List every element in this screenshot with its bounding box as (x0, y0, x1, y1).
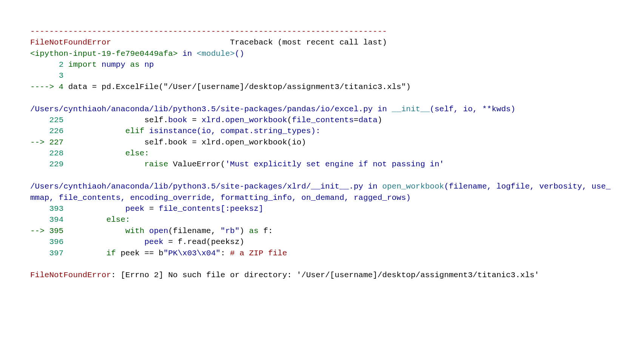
with-keyword: with (63, 227, 144, 235)
arrow-marker: ----> 4 (30, 83, 63, 91)
file-path: /Users/cynthiaoh/anaconda/lib/python3.5/… (30, 182, 363, 191)
else-keyword: else: (63, 149, 149, 158)
final-error-message: : [Errno 2] No such file or directory: '… (111, 271, 539, 279)
traceback-label: Traceback (most recent call last) (230, 38, 387, 47)
open-args: (filename, (168, 227, 220, 235)
if-keyword: if (63, 249, 116, 258)
line-number: 2 (30, 60, 63, 69)
token-self: self (63, 116, 163, 124)
module-call: () (235, 49, 244, 58)
module-ref: <module> (197, 49, 235, 58)
line-number: 226 (30, 127, 63, 135)
file-path: /Users/cynthiaoh/anaconda/lib/python3.5/… (30, 105, 373, 114)
else-keyword: else: (63, 215, 130, 224)
valueerror: ValueError( (168, 160, 225, 169)
final-error-name: FileNotFoundError (30, 271, 111, 279)
arrow-marker: --> 395 (30, 227, 63, 235)
token-open-workbook: open_workbook (225, 116, 287, 124)
token-self: self (63, 138, 163, 147)
token-book: book (168, 138, 187, 147)
token-xlrd: xlrd (202, 116, 220, 124)
colon: : (220, 249, 225, 258)
arrow-marker: --> 227 (30, 138, 63, 147)
traceback-output: ----------------------------------------… (30, 26, 614, 281)
line-number: 229 (30, 160, 63, 169)
line-number: 393 (30, 204, 63, 213)
peek-eq: peek == b (116, 249, 163, 258)
line-number: 228 (30, 149, 63, 158)
token-numpy: numpy (97, 60, 125, 69)
slice: [:peeksz] (220, 204, 263, 213)
eq: = (144, 204, 159, 213)
line-number: 225 (30, 116, 63, 124)
dot: . (163, 138, 168, 147)
import-keyword: import (63, 60, 97, 69)
bytes-literal: "PK\x03\x04" (163, 249, 220, 258)
error-name: FileNotFoundError (30, 38, 111, 47)
as-keyword: as (125, 60, 140, 69)
in-keyword: in (178, 49, 197, 58)
line-number: 394 (30, 215, 63, 224)
token-data: data (359, 116, 377, 124)
token-peek: peek (63, 204, 144, 213)
in-keyword: in (363, 182, 382, 191)
code-line: data = pd.ExcelFile("/User/[username]/de… (63, 83, 411, 91)
line-number: 396 (30, 238, 63, 246)
rparen: ) (240, 227, 245, 235)
lparen: ( (287, 116, 292, 124)
open-builtin: open (144, 227, 168, 235)
token-np: np (140, 60, 154, 69)
token-book: book (168, 116, 187, 124)
function-args: (self, io, **kwds) (430, 105, 516, 114)
isinstance-args: (io, compat.string_types): (197, 127, 320, 135)
line-number: 3 (30, 71, 63, 80)
ipython-input-ref: <ipython-input-19-fe79e0449afa> (30, 49, 178, 58)
rparen: ) (377, 116, 382, 124)
dot: . (220, 116, 225, 124)
comment: # a ZIP file (225, 249, 287, 258)
elif-keyword: elif (63, 127, 144, 135)
code-remainder: = xlrd.open_workbook(io) (187, 138, 306, 147)
token-f: f: (259, 227, 273, 235)
line-number: 397 (30, 249, 63, 258)
as-keyword: as (244, 227, 259, 235)
string-literal: "rb" (220, 227, 239, 235)
function-name: open_workbook (382, 182, 444, 191)
spacer (111, 38, 230, 47)
token-file-contents: file_contents (159, 204, 220, 213)
eq: = (187, 116, 202, 124)
function-name: __init__ (392, 105, 430, 114)
divider-line: ----------------------------------------… (30, 27, 387, 36)
eq: = (354, 116, 359, 124)
string-literal: 'Must explicitly set engine if not passi… (225, 160, 444, 169)
token-file-contents: file_contents (292, 116, 354, 124)
code-remainder: = f.read(peeksz) (163, 238, 244, 246)
isinstance-keyword: isinstance (144, 127, 197, 135)
in-keyword: in (373, 105, 391, 114)
token-peek: peek (63, 238, 163, 246)
raise-keyword: raise (63, 160, 168, 169)
dot: . (163, 116, 168, 124)
